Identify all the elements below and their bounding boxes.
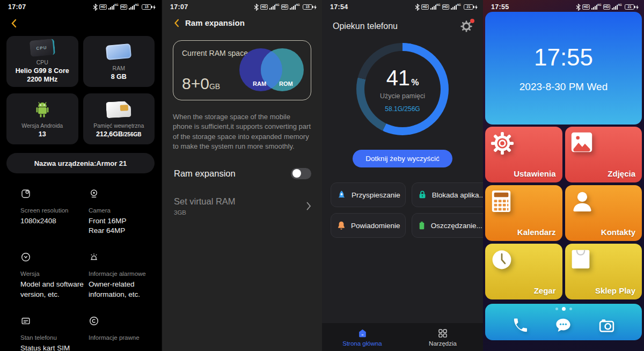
phone-icon[interactable]: [512, 317, 529, 334]
app-tiles: Ustawienia Zdjęcia: [485, 127, 642, 299]
page-title: Opiekun telefonu: [333, 21, 398, 31]
nav-tools[interactable]: Narzędzia: [402, 323, 483, 351]
current-ram-card: Current RAM space RAM ROM 8+0GB: [173, 40, 311, 100]
status-bar: 17:07 HD 4G HD 4G 15: [0, 0, 161, 12]
android-robot-icon: [34, 100, 51, 119]
memory-usage-fraction: 58.1G/256G: [385, 105, 420, 113]
bluetooth-icon: [93, 4, 98, 11]
hardware-cards: CPU CPU Helio G99 8 Core 2200 MHz RAM 8 …: [0, 36, 161, 144]
clock-widget[interactable]: 17:55 2023-8-30 PM Wed: [485, 12, 642, 125]
card-value: 13: [39, 130, 46, 138]
card-label: Pamięć wewnętrzna: [93, 122, 144, 129]
info-item-legal[interactable]: Informacje prawne: [89, 315, 157, 351]
notification-dot: [470, 19, 474, 23]
bottom-nav: Strona główna Narzędzia: [322, 323, 483, 351]
tile-app-lock[interactable]: Blokada aplika...: [412, 182, 483, 207]
info-item-emergency[interactable]: Informacje alarmowe Owner-related inform…: [89, 251, 157, 299]
signal-icon: 4G: [612, 4, 622, 10]
battery-icon: 15: [142, 4, 151, 10]
tool-tiles: Przyspieszanie Blokada aplika... Powiado…: [322, 182, 483, 238]
status-bar: 17:55 HD 4G HD 4G 21: [483, 0, 644, 12]
hd-icon: HD: [603, 4, 610, 10]
hd-icon: HD: [582, 4, 589, 10]
charging-icon: [153, 5, 156, 10]
settings-gear-button[interactable]: [460, 20, 472, 32]
charging-icon: [475, 5, 478, 10]
info-item-camera[interactable]: Camera Front 16MP Rear 64MP: [89, 187, 157, 236]
hd-icon: HD: [260, 4, 267, 10]
bluetooth-icon: [415, 4, 420, 11]
tile-calendar[interactable]: Kalendarz: [485, 185, 562, 241]
signal-icon: 4G: [108, 4, 119, 10]
tile-play-store[interactable]: Sklep Play: [565, 244, 642, 299]
venn-ram-label: RAM: [253, 81, 266, 87]
info-item-version[interactable]: Wersja Model and software version, etc.: [20, 251, 89, 299]
card-value: 212,6GB/256GB: [96, 130, 142, 138]
tile-notifications[interactable]: Powiadomienie: [331, 213, 406, 238]
hd-icon: HD: [120, 4, 127, 10]
status-time: 17:54: [330, 3, 348, 11]
simple-launcher-screen: 17:55 HD 4G HD 4G 21 17:55 2023-8-30 PM …: [483, 0, 644, 351]
tile-photos[interactable]: Zdjęcia: [565, 127, 642, 182]
set-virtual-ram-row[interactable]: Set virtual RAM 3GB: [162, 196, 322, 216]
card-label: Wersja Androida: [21, 122, 63, 129]
tile-boost[interactable]: Przyspieszanie: [331, 182, 406, 207]
set-virtual-ram-value: 3GB: [174, 209, 236, 216]
back-icon[interactable]: [174, 19, 179, 27]
status-bar: 17:07 HD 4G HD 4G 15: [162, 0, 322, 12]
status-icons: HD 4G HD 4G 15: [93, 4, 156, 11]
memory-usage-ring: 41% Użycie pamięci 58.1G/256G: [356, 43, 449, 135]
status-icons: HD 4G HD 4G 15: [254, 4, 317, 11]
clean-button[interactable]: Dotknij żeby wyczyścić: [353, 150, 452, 167]
info-grid: Screen resolution 1080x2408 Camera Front…: [0, 173, 161, 351]
card-value: Helio G99 8 Core 2200 MHz: [16, 67, 69, 84]
page-indicator: [485, 307, 642, 311]
battery-icon: 21: [625, 4, 634, 10]
clock-icon: [490, 248, 514, 272]
hd-icon: HD: [442, 4, 449, 10]
photos-icon: [570, 131, 594, 153]
tools-grid-icon: [437, 328, 448, 339]
chevron-right-icon: [306, 202, 311, 210]
signal-icon: 4G: [269, 4, 280, 10]
version-icon: [20, 252, 31, 262]
back-icon[interactable]: [11, 19, 17, 28]
card-label: CPU: [36, 59, 48, 65]
tile-contacts[interactable]: Kontakty: [565, 185, 642, 241]
card-value: 8 GB: [111, 72, 127, 81]
status-icons: HD 4G HD 4G 21: [415, 4, 478, 11]
battery-icon: 21: [464, 4, 473, 10]
android-version-card: Wersja Androida 13: [6, 93, 78, 144]
screen-icon: [20, 188, 31, 199]
info-item-phone-status[interactable]: Stan telefonu Status kart SIM: [20, 315, 89, 351]
ram-expansion-toggle-label: Ram expansion: [174, 169, 236, 179]
status-bar: 17:54 HD 4G HD 4G 21: [322, 0, 483, 12]
clock-date: 2023-8-30 PM Wed: [519, 81, 608, 93]
tile-battery-saver[interactable]: Oszczędzanie...: [412, 213, 483, 238]
status-time: 17:07: [170, 3, 188, 11]
signal-icon: 4G: [591, 4, 602, 10]
set-virtual-ram-label: Set virtual RAM: [174, 196, 236, 207]
info-item-screen[interactable]: Screen resolution 1080x2408: [20, 187, 89, 236]
clock-time: 17:55: [534, 44, 593, 71]
camera-app-icon[interactable]: [598, 317, 616, 334]
ram-expansion-screen: 17:07 HD 4G HD 4G 15 Ram expansion Curre…: [161, 0, 322, 351]
venn-rom-label: ROM: [279, 81, 293, 87]
hd-icon: HD: [281, 4, 288, 10]
memory-usage-label: Użycie pamięci: [380, 92, 425, 100]
shopping-bag-icon: [570, 248, 591, 270]
tile-settings[interactable]: Ustawienia: [485, 127, 562, 182]
ram-expansion-toggle[interactable]: [291, 168, 311, 179]
battery-saver-icon: [417, 220, 427, 231]
nav-home[interactable]: Strona główna: [322, 323, 402, 351]
ram-chip-icon: [106, 43, 131, 60]
gear-icon: [490, 131, 515, 156]
tile-clock[interactable]: Zegar: [485, 244, 562, 299]
messages-icon[interactable]: [554, 316, 573, 335]
status-time: 17:55: [491, 3, 509, 11]
ram-size-value: 8+0GB: [182, 75, 220, 93]
screenshot-composite: 17:07 HD 4G HD 4G 15 CPU CPU Helio G99 8…: [0, 0, 644, 351]
storage-card: Pamięć wewnętrzna 212,6GB/256GB: [83, 93, 155, 144]
hd-icon: HD: [99, 4, 106, 10]
about-phone-screen: 17:07 HD 4G HD 4G 15 CPU CPU Helio G99 8…: [0, 0, 161, 351]
